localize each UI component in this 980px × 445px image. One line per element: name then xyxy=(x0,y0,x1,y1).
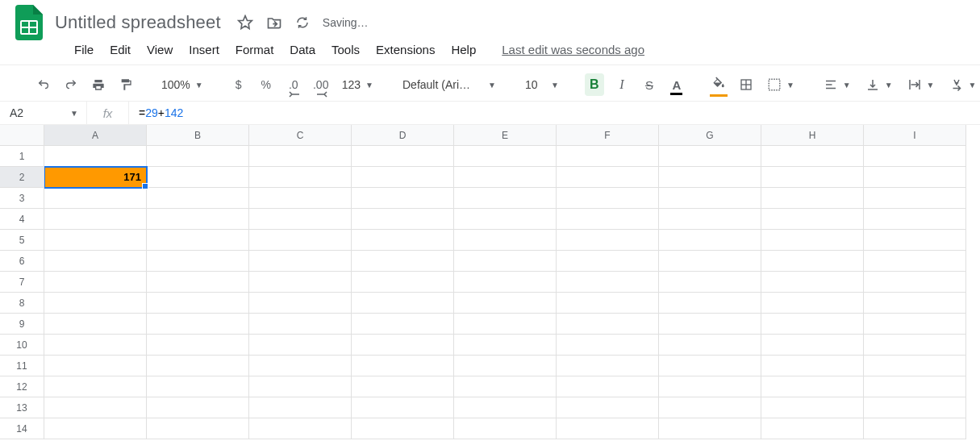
menu-file[interactable]: File xyxy=(74,43,94,56)
cell-G3[interactable] xyxy=(659,188,761,209)
row-header-1[interactable]: 1 xyxy=(0,146,44,167)
cell-B12[interactable] xyxy=(147,376,249,397)
cell-H11[interactable] xyxy=(761,356,864,376)
cell-I3[interactable] xyxy=(864,188,966,209)
row-header-9[interactable]: 9 xyxy=(0,314,44,335)
row-header-3[interactable]: 3 xyxy=(0,188,44,209)
cell-B5[interactable] xyxy=(147,230,249,251)
cell-C4[interactable] xyxy=(249,209,352,230)
cell-H4[interactable] xyxy=(761,209,864,230)
cell-F7[interactable] xyxy=(557,272,659,293)
col-header-D[interactable]: D xyxy=(352,125,454,146)
fill-color-button[interactable] xyxy=(709,73,728,96)
menu-insert[interactable]: Insert xyxy=(189,43,219,56)
cell-I14[interactable] xyxy=(864,418,966,439)
formula-bar[interactable]: =29+142 xyxy=(129,106,980,120)
cell-C2[interactable] xyxy=(249,167,352,188)
cell-C9[interactable] xyxy=(249,314,352,335)
last-edit-link[interactable]: Last edit was seconds ago xyxy=(502,43,644,56)
paint-format-icon[interactable] xyxy=(116,73,136,96)
cell-B2[interactable] xyxy=(147,167,249,188)
cell-A4[interactable] xyxy=(44,209,147,230)
cell-D12[interactable] xyxy=(352,376,454,397)
cell-C7[interactable] xyxy=(249,272,352,293)
cell-F4[interactable] xyxy=(557,209,659,230)
cell-H5[interactable] xyxy=(761,230,864,251)
cell-D6[interactable] xyxy=(352,251,454,272)
cell-E8[interactable] xyxy=(454,293,557,314)
cell-F6[interactable] xyxy=(557,251,659,272)
cell-C1[interactable] xyxy=(249,146,352,167)
sheets-logo[interactable] xyxy=(13,6,45,39)
cell-D3[interactable] xyxy=(352,188,454,209)
cell-B13[interactable] xyxy=(147,397,249,418)
menu-format[interactable]: Format xyxy=(236,43,274,56)
cell-G11[interactable] xyxy=(659,356,761,376)
cell-D2[interactable] xyxy=(352,167,454,188)
menu-help[interactable]: Help xyxy=(451,43,476,56)
cell-E10[interactable] xyxy=(454,335,557,356)
decrease-decimal-button[interactable]: .0 xyxy=(284,73,303,96)
cell-C5[interactable] xyxy=(249,230,352,251)
menu-view[interactable]: View xyxy=(147,43,173,56)
cell-A5[interactable] xyxy=(44,230,147,251)
cell-H9[interactable] xyxy=(761,314,864,335)
cell-I8[interactable] xyxy=(864,293,966,314)
cell-E11[interactable] xyxy=(454,356,557,376)
row-header-14[interactable]: 14 xyxy=(0,418,44,439)
cell-E6[interactable] xyxy=(454,251,557,272)
row-header-13[interactable]: 13 xyxy=(0,397,44,418)
cell-E2[interactable] xyxy=(454,167,557,188)
cell-F14[interactable] xyxy=(557,418,659,439)
row-header-2[interactable]: 2 xyxy=(0,167,44,188)
cell-G7[interactable] xyxy=(659,272,761,293)
cell-C11[interactable] xyxy=(249,356,352,376)
cell-B14[interactable] xyxy=(147,418,249,439)
move-icon[interactable] xyxy=(266,15,282,31)
cell-G9[interactable] xyxy=(659,314,761,335)
cell-B4[interactable] xyxy=(147,209,249,230)
zoom-dropdown[interactable]: 100% ▼ xyxy=(158,73,206,96)
cell-B6[interactable] xyxy=(147,251,249,272)
bold-button[interactable]: B xyxy=(585,73,604,96)
cell-A9[interactable] xyxy=(44,314,147,335)
cell-D4[interactable] xyxy=(352,209,454,230)
cell-C13[interactable] xyxy=(249,397,352,418)
cell-H1[interactable] xyxy=(761,146,864,167)
merge-cells-dropdown[interactable]: ▼ xyxy=(764,73,798,96)
cell-A13[interactable] xyxy=(44,397,147,418)
cell-F3[interactable] xyxy=(557,188,659,209)
cell-B11[interactable] xyxy=(147,356,249,376)
cell-C8[interactable] xyxy=(249,293,352,314)
borders-button[interactable] xyxy=(736,73,756,96)
cell-C14[interactable] xyxy=(249,418,352,439)
cell-G14[interactable] xyxy=(659,418,761,439)
cell-A10[interactable] xyxy=(44,335,147,356)
cell-B10[interactable] xyxy=(147,335,249,356)
cell-C3[interactable] xyxy=(249,188,352,209)
name-box[interactable]: A2 ▼ xyxy=(0,102,87,124)
row-header-4[interactable]: 4 xyxy=(0,209,44,230)
cell-B3[interactable] xyxy=(147,188,249,209)
col-header-F[interactable]: F xyxy=(557,125,659,146)
cell-H6[interactable] xyxy=(761,251,864,272)
cell-G5[interactable] xyxy=(659,230,761,251)
cell-G1[interactable] xyxy=(659,146,761,167)
cell-F2[interactable] xyxy=(557,167,659,188)
col-header-B[interactable]: B xyxy=(147,125,249,146)
cell-H10[interactable] xyxy=(761,335,864,356)
cell-F11[interactable] xyxy=(557,356,659,376)
cell-F1[interactable] xyxy=(557,146,659,167)
cell-D11[interactable] xyxy=(352,356,454,376)
cell-G2[interactable] xyxy=(659,167,761,188)
cell-I11[interactable] xyxy=(864,356,966,376)
row-header-8[interactable]: 8 xyxy=(0,293,44,314)
cell-A14[interactable] xyxy=(44,418,147,439)
cell-A7[interactable] xyxy=(44,272,147,293)
print-icon[interactable] xyxy=(89,73,108,96)
row-header-7[interactable]: 7 xyxy=(0,272,44,293)
cell-D14[interactable] xyxy=(352,418,454,439)
cell-A1[interactable] xyxy=(44,146,147,167)
strikethrough-button[interactable]: S xyxy=(640,73,659,96)
col-header-A[interactable]: A xyxy=(44,125,147,146)
